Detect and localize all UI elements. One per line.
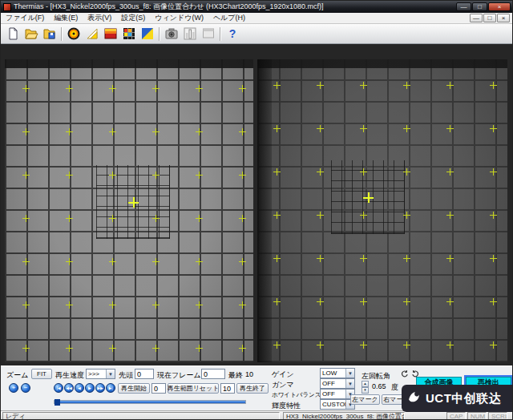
menu-item-5[interactable]: ヘルプ(H) [208,13,250,23]
head-frame-input[interactable] [135,369,154,379]
new-file-icon[interactable] [3,26,22,42]
menu-item-4[interactable]: ウィンドウ(W) [150,13,208,23]
help-icon[interactable]: ? [223,26,241,42]
menu-item-3[interactable]: 設定(S) [116,13,150,23]
gain-select[interactable]: LOW ▼ [320,368,355,378]
menu-item-2[interactable]: 表示(V) [83,13,116,23]
stepper-up-icon[interactable]: ▲ [362,381,369,387]
grid-marker [152,345,160,352]
save-icon[interactable] [40,26,59,42]
grid-marker [196,172,203,179]
grid-marker [317,341,324,349]
stepper-down-icon[interactable]: ▼ [362,387,369,394]
grid-marker [22,85,30,92]
grid-marker [360,168,367,176]
play-button[interactable]: ▶ [85,383,95,393]
grid-marker [109,172,116,179]
grid-marker [273,298,281,305]
triangle-ruler-icon[interactable] [83,26,101,42]
right-calibration-image[interactable] [257,59,507,362]
left-mark-button[interactable]: 左マーク [350,394,380,405]
gamma-select[interactable]: OFF ▼ [320,378,355,389]
play-start-input[interactable] [151,383,166,394]
speed-select[interactable]: >>> ▼ [86,369,115,379]
zoom-out-button[interactable]: − [21,383,30,393]
grid-marker [66,345,73,352]
grid-marker [273,168,281,176]
mdi-minimize-button[interactable]: — [470,14,483,22]
rewind-button[interactable]: ◀◀ [64,383,74,393]
grid-marker [109,258,116,265]
mdi-close-button[interactable]: × [497,14,510,22]
target-icon[interactable] [64,26,83,42]
left-calibration-image[interactable] [5,59,253,362]
grid-marker [490,125,497,132]
palette-icon[interactable] [101,26,119,42]
grid-marker [22,345,30,352]
grid-marker [403,212,410,219]
grid-marker [490,298,497,305]
menu-item-1[interactable]: 編集(E) [49,13,83,23]
app-window: Thermias - [HX3_Nickel2000fps_300us_f8: … [0,0,513,420]
status-key-scrl: SCRL [488,412,507,420]
watermark-text: UCT中创联达 [426,391,501,406]
zoom-in-button[interactable]: + [9,383,18,393]
grid-marker [360,298,367,305]
toolbar-separator [159,27,160,41]
close-button[interactable]: × [488,2,511,11]
minimize-button[interactable]: — [456,2,471,11]
play-range-reset-button[interactable]: 再生範囲リセット [168,383,219,394]
camera-icon[interactable] [162,26,180,42]
last-frame-value: 10 [245,370,253,378]
grid-marker [152,258,160,265]
gradient-icon[interactable] [138,26,156,42]
grid-marker [152,85,160,92]
grid-marker [66,215,73,222]
skip-end-button[interactable]: ▶| [106,383,115,393]
grid-marker [446,298,454,305]
grid-marker [196,128,203,135]
open-folder-icon[interactable] [22,26,40,42]
grid-marker [196,345,203,352]
toolbar-separator [220,27,220,41]
grid-marker [490,341,497,349]
grid-marker [317,212,324,219]
grid-marker [360,82,367,89]
grid-marker [239,345,246,352]
mdi-restore-button[interactable]: □ [483,14,496,22]
grid-marker [403,255,410,262]
play-end-button[interactable]: 再生終了 [236,383,269,394]
mdi-window-buttons: — □ × [469,14,512,22]
rotate-left-icon[interactable] [399,369,409,378]
speed-value: >>> [87,370,106,378]
fit-button[interactable]: FIT [31,369,52,379]
playback-progress-thumb[interactable] [55,399,60,406]
histogram-icon[interactable] [180,26,199,42]
grid-marker [22,215,30,222]
frame-icon[interactable] [199,26,217,42]
rotation-unit: 度 [391,382,398,393]
gamma-value: OFF [321,380,345,387]
playback-progress-bar[interactable] [54,400,246,404]
status-document: HX3_Nickel2000fps_300us_f8: 画像位置合わせ [283,412,405,420]
current-frame-input[interactable] [201,369,225,379]
grid-marker [196,258,203,265]
skip-start-button[interactable]: |◀ [54,383,63,393]
maximize-button[interactable]: □ [472,2,487,11]
rotation-stepper[interactable]: ▲ ▼ [362,381,369,391]
menu-item-0[interactable]: ファイル(F) [1,13,49,23]
fast-forward-button[interactable]: ▶▶ [95,383,105,393]
white-balance-label: ホワイトバランス [272,391,321,399]
grid-marker [360,125,367,132]
white-balance-value: OFF [321,390,345,398]
image-viewport[interactable] [1,44,513,365]
grid-marker [239,301,246,309]
grid-marker [273,255,281,262]
grid-marker [490,82,497,89]
play-back-button[interactable]: ◀ [75,383,84,393]
title-bar[interactable]: Thermias - [HX3_Nickel2000fps_300us_f8: … [1,1,512,13]
play-range-input[interactable] [220,383,235,394]
watermark: UCT中创联达 [402,385,513,412]
thermal-grid-icon[interactable] [119,26,138,42]
play-start-button[interactable]: 再生開始 [118,383,150,394]
